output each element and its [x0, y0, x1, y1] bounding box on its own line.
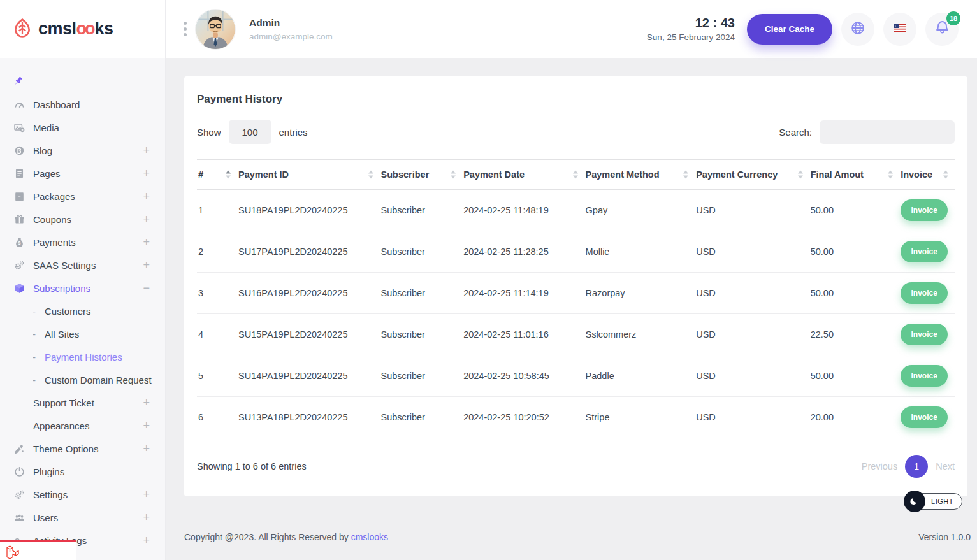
pagination-next[interactable]: Next — [936, 461, 955, 471]
invoice-button[interactable]: Invoice — [901, 406, 948, 428]
cell-payment-date: 2024-02-25 10:20:52 — [462, 397, 584, 438]
sidebar-item-blog[interactable]: Blog+ — [0, 139, 165, 162]
sidebar-subitem-customers[interactable]: -Customers — [0, 299, 165, 322]
invoice-button[interactable]: Invoice — [901, 199, 948, 221]
column-header-payment-method[interactable]: Payment Method — [584, 160, 695, 190]
user-menu[interactable]: Admin admin@example.com — [196, 10, 333, 49]
sort-arrows-icon — [798, 171, 803, 179]
sidebar-item-coupons[interactable]: Coupons+ — [0, 208, 165, 231]
sidebar: cmslooks DashboardMediaBlog+Pages+Packag… — [0, 0, 166, 560]
plus-icon[interactable]: + — [143, 397, 150, 408]
sidebar-item-appearances[interactable]: Appearances+ — [0, 414, 165, 437]
notifications-button[interactable]: 18 — [925, 13, 959, 46]
cell-payment-date: 2024-02-25 11:28:25 — [462, 231, 584, 273]
sidebar-subitem-label: Customers — [45, 306, 91, 317]
column-header-payment-date[interactable]: Payment Date — [462, 160, 584, 190]
language-flag-icon[interactable] — [883, 13, 916, 46]
plus-icon[interactable]: + — [143, 535, 150, 546]
cell-payment-currency: USD — [695, 355, 809, 397]
clock-time: 12 : 43 — [647, 16, 735, 31]
sidebar-subitem-custom-domain-request[interactable]: -Custom Domain Request — [0, 368, 165, 391]
column-header-payment-id[interactable]: Payment ID — [237, 160, 380, 190]
sidebar-item-dashboard[interactable]: Dashboard — [0, 93, 165, 116]
cell-num: 1 — [197, 190, 237, 231]
invoice-button[interactable]: Invoice — [901, 365, 948, 387]
main-content: Payment History Show 100 entries Search:… — [166, 58, 977, 560]
sidebar-item-theme-options[interactable]: Theme Options+ — [0, 437, 165, 460]
plus-icon[interactable]: + — [143, 489, 150, 500]
search-input[interactable] — [820, 120, 955, 144]
copyright: Copyright @2023. All Rights Reserved by … — [184, 532, 388, 542]
table-row: 5SU14PA19PL2D20240225Subscriber2024-02-2… — [197, 355, 955, 397]
payment-history-table: #Payment IDSubscriberPayment DatePayment… — [197, 159, 955, 438]
invoice-button[interactable]: Invoice — [901, 324, 948, 345]
plus-icon[interactable]: + — [143, 213, 150, 225]
sort-arrows-icon — [573, 171, 578, 179]
column-label: Payment ID — [238, 169, 289, 180]
cell-payment-date: 2024-02-25 11:01:16 — [462, 314, 584, 355]
sidebar-item-support-ticket[interactable]: Support Ticket+ — [0, 391, 165, 414]
cell-invoice: Invoice — [899, 190, 955, 231]
cell-final-amount: 50.00 — [809, 190, 899, 231]
invoice-button[interactable]: Invoice — [901, 282, 948, 304]
minus-icon[interactable]: − — [143, 282, 150, 294]
more-vertical-icon[interactable] — [184, 22, 187, 36]
payment-history-card: Payment History Show 100 entries Search:… — [184, 76, 967, 496]
sidebar-item-saas-settings[interactable]: SAAS Settings+ — [0, 254, 165, 276]
sidebar-item-users[interactable]: Users+ — [0, 506, 165, 529]
sidebar-item-label: Dashboard — [33, 99, 80, 110]
column-label: Final Amout — [811, 169, 864, 180]
cell-payment-currency: USD — [695, 231, 809, 273]
brand-link[interactable]: cmslooks — [351, 532, 388, 542]
column-header-payment-currency[interactable]: Payment Currency — [695, 160, 809, 190]
sidebar-item-subscriptions[interactable]: Subscriptions− — [0, 276, 165, 299]
top-header: Admin admin@example.com 12 : 43 Sun, 25 … — [166, 0, 977, 58]
plugins-icon — [13, 465, 25, 478]
plus-icon[interactable]: + — [143, 145, 150, 156]
column-header-subscriber[interactable]: Subscriber — [380, 160, 463, 190]
sidebar-subitem-all-sites[interactable]: -All Sites — [0, 322, 165, 345]
table-body: 1SU18PA19PL2D20240225Subscriber2024-02-2… — [197, 190, 955, 438]
clear-cache-button[interactable]: Clear Cache — [747, 14, 832, 45]
sidebar-item-label: Pages — [33, 168, 61, 179]
brand-logo[interactable]: cmslooks — [0, 0, 165, 58]
column-header-final-amout[interactable]: Final Amout — [809, 160, 899, 190]
column-header-[interactable]: # — [197, 160, 237, 190]
page-size-select[interactable]: 100 — [229, 120, 271, 144]
column-header-invoice[interactable]: Invoice — [899, 160, 955, 190]
cell-final-amount: 50.00 — [809, 231, 899, 273]
no-icon — [13, 396, 25, 409]
cell-payment-currency: USD — [695, 190, 809, 231]
sort-arrows-icon — [943, 171, 948, 179]
sidebar-item-settings[interactable]: Settings+ — [0, 483, 165, 506]
pagination-page-1[interactable]: 1 — [905, 455, 928, 478]
sidebar-subitem-label: Payment Histories — [45, 352, 122, 363]
sidebar-subitem-payment-histories[interactable]: -Payment Histories — [0, 345, 165, 368]
pagination: Previous 1 Next — [862, 455, 955, 478]
cell-num: 6 — [197, 397, 237, 438]
plus-icon[interactable]: + — [143, 168, 150, 179]
globe-icon[interactable] — [841, 13, 874, 46]
plus-icon[interactable]: + — [143, 190, 150, 202]
coupons-icon — [13, 213, 25, 226]
cell-payment-method: Stripe — [584, 397, 695, 438]
plus-icon[interactable]: + — [143, 236, 150, 248]
moon-icon — [904, 491, 925, 512]
sidebar-item-plugins[interactable]: Plugins — [0, 460, 165, 483]
sidebar-item-packages[interactable]: Packages+ — [0, 185, 165, 208]
plus-icon[interactable]: + — [143, 420, 150, 431]
app-root: cmslooks DashboardMediaBlog+Pages+Packag… — [0, 0, 977, 560]
sidebar-item-pages[interactable]: Pages+ — [0, 162, 165, 185]
pagination-previous[interactable]: Previous — [862, 461, 897, 471]
plus-icon[interactable]: + — [143, 512, 150, 523]
column-label: Payment Date — [463, 169, 525, 180]
laravel-icon — [5, 550, 20, 560]
sidebar-item-label: SAAS Settings — [33, 260, 96, 271]
theme-toggle[interactable]: LIGHT — [904, 491, 962, 512]
sidebar-item-payments[interactable]: $Payments+ — [0, 231, 165, 254]
plus-icon[interactable]: + — [143, 259, 150, 271]
invoice-button[interactable]: Invoice — [901, 241, 948, 262]
pin-icon[interactable] — [11, 75, 24, 88]
plus-icon[interactable]: + — [143, 443, 150, 454]
sidebar-item-media[interactable]: Media — [0, 116, 165, 139]
